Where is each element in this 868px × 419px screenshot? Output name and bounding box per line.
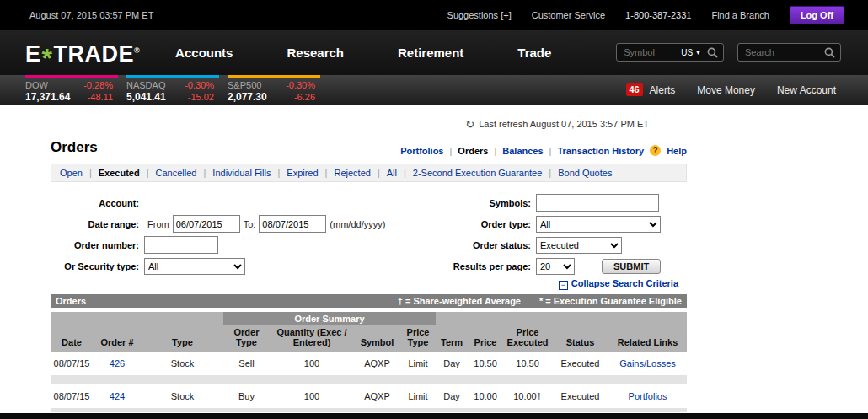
index-point-change: -48.11: [88, 91, 113, 103]
orders-table-title-bar: Orders † = Share-weighted Average * = Ex…: [51, 294, 687, 308]
cell-price: 10.50: [468, 352, 503, 375]
column-header-status: Status: [552, 312, 608, 352]
date-range-label: Date range:: [51, 219, 139, 229]
suggestions-link[interactable]: Suggestions [+]: [447, 10, 512, 20]
alerts-count-badge[interactable]: 46: [626, 83, 643, 96]
page-title: Orders: [51, 139, 98, 156]
to-label: To:: [244, 219, 256, 229]
column-header-price-executed: Price Executed: [503, 312, 552, 352]
alerts-group: 46 Alerts: [626, 83, 676, 96]
index-pct-change: -0.30%: [286, 79, 315, 91]
customer-service-link[interactable]: Customer Service: [532, 10, 605, 20]
site-search-input[interactable]: [743, 46, 824, 58]
tab-open[interactable]: Open: [60, 168, 83, 178]
related-link[interactable]: Gains/Losses: [619, 358, 676, 368]
search-icon[interactable]: [707, 47, 718, 58]
transaction-history-link[interactable]: Transaction History: [557, 146, 644, 156]
form-right-column: Symbols: Order type: All Order status: E…: [405, 192, 687, 277]
last-refresh-line: ↻Last refresh August 07, 2015 3:57 PM ET: [51, 105, 687, 131]
separator: [404, 168, 406, 178]
order-summary-group-header: Order Summary: [223, 312, 436, 325]
page-footer-strip: [0, 413, 868, 419]
tab-rejected[interactable]: Rejected: [334, 168, 370, 178]
index-name: NASDAQ: [126, 79, 165, 91]
country-selector[interactable]: US▼: [681, 48, 701, 57]
order-status-select[interactable]: Executed: [536, 237, 622, 254]
new-account-link[interactable]: New Account: [777, 84, 836, 96]
logo-star-icon: *: [42, 43, 53, 74]
orders-bar-title: Orders: [56, 296, 86, 306]
column-header-date: Date: [51, 312, 93, 352]
cell-price-type: Limit: [400, 352, 436, 375]
related-link[interactable]: Portfolios: [629, 391, 667, 401]
date-to-input[interactable]: [259, 215, 326, 233]
ticker-quick-links: 46 Alerts Move Money New Account: [626, 75, 836, 105]
nav-item-accounts[interactable]: Accounts: [175, 46, 233, 60]
results-per-page-label: Results per page:: [405, 261, 531, 271]
date-format-hint: (mm/dd/yyyy): [330, 219, 385, 229]
logo-text-e: E: [25, 41, 41, 67]
collapse-search-criteria-link[interactable]: Collapse Search Criteria: [571, 278, 678, 288]
tab-executed[interactable]: Executed: [99, 168, 140, 178]
order-type-select[interactable]: All: [536, 216, 661, 233]
security-type-label: Or Security type:: [51, 261, 139, 271]
tab-expired[interactable]: Expired: [287, 168, 318, 178]
column-header-related-links: Related Links: [608, 312, 687, 352]
separator: [277, 168, 280, 178]
legend-execution-guarantee: * = Execution Guarantee Eligible: [539, 296, 682, 306]
cell-quantity: 100: [270, 384, 354, 408]
nav-item-research[interactable]: Research: [287, 46, 344, 60]
search-icon[interactable]: [824, 47, 835, 58]
tab-2-second-guarantee[interactable]: 2-Second Execution Guarantee: [413, 168, 543, 178]
row-separator: [51, 408, 687, 412]
separator: [325, 168, 328, 178]
separator: [378, 168, 380, 178]
utility-links: Suggestions [+] Customer Service 1-800-3…: [447, 6, 844, 24]
move-money-link[interactable]: Move Money: [697, 84, 755, 96]
column-header-price: Price: [468, 312, 503, 352]
security-type-select[interactable]: All: [144, 258, 245, 275]
index-pct-change: -0.30%: [185, 79, 214, 91]
order-number-input[interactable]: [144, 236, 218, 254]
results-per-page-select[interactable]: 20: [536, 258, 575, 275]
log-off-button[interactable]: Log Off: [790, 6, 844, 24]
table-row: 08/07/15 424 Stock Buy 100 AQXP Limit Da…: [51, 384, 687, 408]
cell-type: Stock: [142, 384, 223, 408]
column-header-order-number: Order #: [93, 312, 142, 352]
balances-link[interactable]: Balances: [502, 146, 543, 156]
nav-item-retirement[interactable]: Retirement: [398, 46, 463, 60]
cell-price-type: Limit: [400, 384, 436, 408]
submit-button[interactable]: SUBMIT: [602, 259, 661, 274]
cell-price-executed: 10.50: [503, 352, 552, 375]
nav-item-trade[interactable]: Trade: [517, 46, 551, 60]
column-header-type: Type: [142, 312, 223, 352]
title-row: Orders Portfolios Orders Balances Transa…: [51, 139, 687, 156]
symbol-input[interactable]: [622, 46, 681, 58]
separator: [203, 168, 206, 178]
collapse-icon[interactable]: −: [559, 281, 568, 290]
portfolios-link[interactable]: Portfolios: [400, 146, 443, 156]
form-left-column: Account: Date range: From To: (mm/dd/yyy…: [51, 192, 405, 277]
symbols-input[interactable]: [536, 194, 659, 212]
collapse-search-line: −Collapse Search Criteria: [51, 278, 687, 292]
help-link[interactable]: Help: [667, 146, 687, 156]
tab-cancelled[interactable]: Cancelled: [156, 168, 197, 178]
alerts-link[interactable]: Alerts: [650, 84, 676, 96]
column-header-order-type: Order Type: [223, 325, 270, 352]
index-nasdaq: NASDAQ-0.30% 5,041.41-15.02: [126, 75, 219, 103]
order-number-link[interactable]: 424: [110, 391, 125, 401]
find-branch-link[interactable]: Find a Branch: [711, 10, 769, 20]
help-icon[interactable]: ?: [650, 145, 661, 156]
column-header-term: Term: [436, 312, 468, 352]
tab-bond-quotes[interactable]: Bond Quotes: [558, 168, 612, 178]
main-nav-bar: E*TRADE® Accounts Research Retirement Tr…: [0, 30, 868, 75]
tab-individual-fills[interactable]: Individual Fills: [212, 168, 271, 178]
date-from-input[interactable]: [173, 215, 240, 233]
refresh-icon[interactable]: ↻: [465, 118, 474, 131]
index-value: 2,077.30: [228, 91, 267, 103]
tab-all[interactable]: All: [387, 168, 397, 178]
order-status-label: Order status:: [405, 240, 531, 250]
etrade-logo[interactable]: E*TRADE®: [25, 37, 140, 68]
order-number-link[interactable]: 426: [110, 358, 125, 368]
cell-order-type: Sell: [223, 352, 270, 375]
